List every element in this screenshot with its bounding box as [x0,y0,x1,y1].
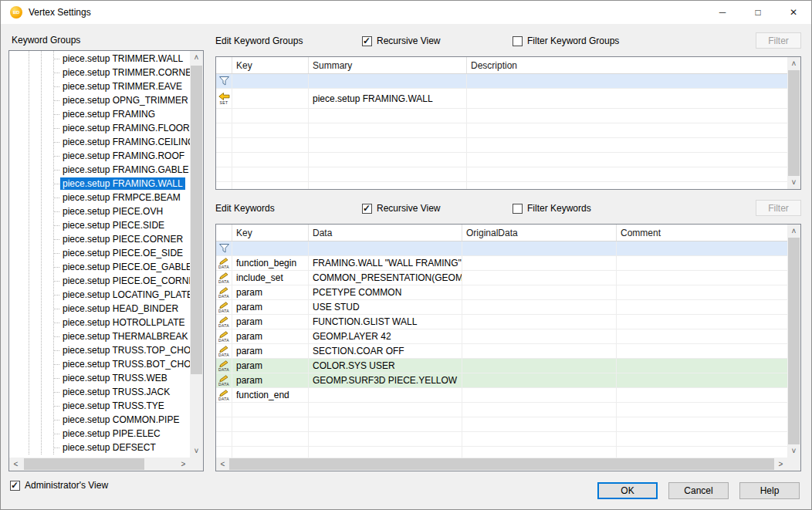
tree-vertical-scrollbar[interactable]: ˄ ˅ [190,51,203,458]
tree-horizontal-scrollbar[interactable]: ˂ ˃ [9,458,190,471]
keyword-groups-table: KeySummaryDescription SETpiece.setup FRA… [215,56,801,190]
scroll-thumb[interactable] [229,458,774,470]
scroll-up-icon[interactable]: ˄ [190,51,203,64]
scroll-up-icon[interactable]: ˄ [787,225,800,238]
table-row[interactable]: DATAfunction_end [216,388,787,403]
tree-item[interactable]: piece.setup PIECE.SIDE [9,218,190,232]
ok-button[interactable]: OK [597,482,658,499]
column-header[interactable]: Summary [309,57,467,73]
cell-description [467,182,787,189]
scroll-down-icon[interactable]: ˅ [190,444,203,458]
scroll-thumb[interactable] [788,238,800,444]
minimize-icon[interactable]: ─ [705,1,740,24]
tree-item[interactable]: piece.setup TRUSS.TYE [9,399,190,413]
table-vertical-scrollbar[interactable]: ˄ ˅ [787,225,800,458]
column-header[interactable]: OriginalData [462,225,617,241]
tree-item[interactable]: piece.setup FRAMING [9,107,190,121]
tree-item[interactable]: piece.setup TRUSS.WEB [9,371,190,385]
tree-item[interactable]: piece.setup PIECE.CORNER [9,232,190,246]
column-header[interactable]: Description [467,57,787,73]
checkbox-box[interactable] [362,36,372,46]
cell-description [467,89,787,108]
column-header[interactable]: Key [232,57,309,73]
scroll-left-icon[interactable]: ˂ [216,458,229,471]
table-row[interactable] [216,74,787,89]
tree-item[interactable]: piece.setup DEFSECT [9,441,190,454]
recursive-view-keywords-checkbox[interactable]: Recursive View [362,202,440,214]
filter-keywords-button[interactable]: Filter [756,200,801,216]
cell-summary [309,138,467,152]
tree-item-label: piece.setup HOTROLLPLATE [60,316,188,329]
filter-keyword-groups-checkbox[interactable]: Filter Keyword Groups [513,35,619,47]
table-row[interactable] [216,241,787,256]
maximize-icon[interactable]: □ [740,1,776,24]
recursive-view-groups-checkbox[interactable]: Recursive View [362,35,440,47]
tree-item[interactable]: piece.setup FRAMING.GABLE [9,163,190,177]
filter-keywords-checkbox[interactable]: Filter Keywords [513,202,591,214]
table-row[interactable]: DATAfunction_beginFRAMING.WALL "WALL FRA… [216,256,787,271]
tree-item[interactable]: piece.setup TRIMMER.CORNER [9,66,190,79]
column-header[interactable]: Data [309,225,462,241]
close-icon[interactable]: ✕ [776,1,811,24]
tree-item[interactable]: piece.setup PIECE.OE_CORNER [9,274,190,288]
tree-item[interactable]: piece.setup TRUSS.BOT_CHORD [9,357,190,371]
tree-item[interactable]: piece.setup COMMON.PIPE [9,413,190,427]
tree-item[interactable]: piece.setup TRIMMER.EAVE [9,79,190,93]
tree-item[interactable]: piece.setup LOCATING_PLATE [9,288,190,302]
administrators-view-checkbox[interactable]: Administrator's View [10,479,108,491]
table-horizontal-scrollbar[interactable]: ˂ ˃ [216,458,787,471]
scroll-thumb[interactable] [788,70,800,176]
tree-item[interactable]: piece.setup PIECE.OVH [9,204,190,218]
tree-item[interactable]: piece.setup FRAMING.WALL [9,177,190,191]
tree-item[interactable]: piece.setup FRAMING.CEILING [9,135,190,149]
table-header: KeySummaryDescription [216,57,787,74]
checkbox-box[interactable] [10,481,20,491]
table-row[interactable]: DATAparamPCETYPE COMMON [216,285,787,300]
tree-item[interactable]: piece.setup HEAD_BINDER [9,302,190,316]
tree-item[interactable]: piece.setup PIECE.OE_GABLE [9,260,190,274]
table-row[interactable]: DATAparamGEOMP.SURF3D PIECE.YELLOW [216,373,787,388]
table-row[interactable]: DATAparamFUNCTION.GLIST WALL [216,315,787,329]
cell-summary [309,167,467,181]
checkbox-box[interactable] [513,204,523,214]
table-row[interactable]: DATAinclude_setCOMMON_PRESENTATION(GEOMP… [216,271,787,285]
table-vertical-scrollbar[interactable]: ˄ ˅ [787,57,800,189]
tree-item[interactable]: piece.setup OPNG_TRIMMER [9,93,190,107]
cell-data [309,447,462,458]
tree-item[interactable]: piece.setup TRUSS.TOP_CHORD [9,343,190,357]
tree-item[interactable]: piece.setup TRIMMER.WALL [9,52,190,66]
table-row[interactable]: DATAparamSECTION.COAR OFF [216,344,787,359]
checkbox-box[interactable] [513,36,523,46]
table-row[interactable]: DATAparamUSE STUD [216,300,787,315]
scroll-right-icon[interactable]: ˃ [177,458,190,471]
scroll-down-icon[interactable]: ˅ [787,176,800,189]
filter-groups-button[interactable]: Filter [756,32,801,49]
tree-item[interactable]: piece.setup FRAMING.FLOOR [9,121,190,135]
table-row[interactable]: SETpiece.setup FRAMING.WALL [216,89,787,109]
help-button[interactable]: Help [739,482,800,499]
scroll-thumb[interactable] [24,458,144,470]
table-row[interactable]: DATAparamCOLOR.SYS USER [216,359,787,373]
cell-comment [617,329,787,343]
cell-key [232,123,309,137]
scroll-up-icon[interactable]: ˄ [787,57,800,70]
tree-item[interactable]: piece.setup PIPE.ELEC [9,427,190,441]
cancel-button[interactable]: Cancel [668,482,729,499]
scroll-left-icon[interactable]: ˂ [9,458,22,471]
column-header[interactable]: Comment [617,225,787,241]
scroll-thumb[interactable] [191,66,202,374]
cell-key: function_end [232,388,309,402]
column-header[interactable]: Key [232,225,309,241]
tree-item[interactable]: piece.setup FRAMING.ROOF [9,149,190,163]
tree-item[interactable]: piece.setup FRMPCE.BEAM [9,191,190,204]
tree-item[interactable]: piece.setup TRUSS.JACK [9,385,190,399]
tree-item[interactable]: piece.setup HOTROLLPLATE [9,316,190,329]
checkbox-box[interactable] [362,204,372,214]
tree-item[interactable]: piece.setup THERMALBREAK [9,329,190,343]
tree-item-label: piece.setup FRAMING [60,108,157,120]
scroll-down-icon[interactable]: ˅ [787,444,800,458]
table-row[interactable]: DATAparamGEOMP.LAYER 42 [216,329,787,344]
scroll-right-icon[interactable]: ˃ [774,458,787,471]
tree-item[interactable]: piece.setup PIECE.OE_SIDE [9,246,190,260]
cell-comment [617,344,787,358]
